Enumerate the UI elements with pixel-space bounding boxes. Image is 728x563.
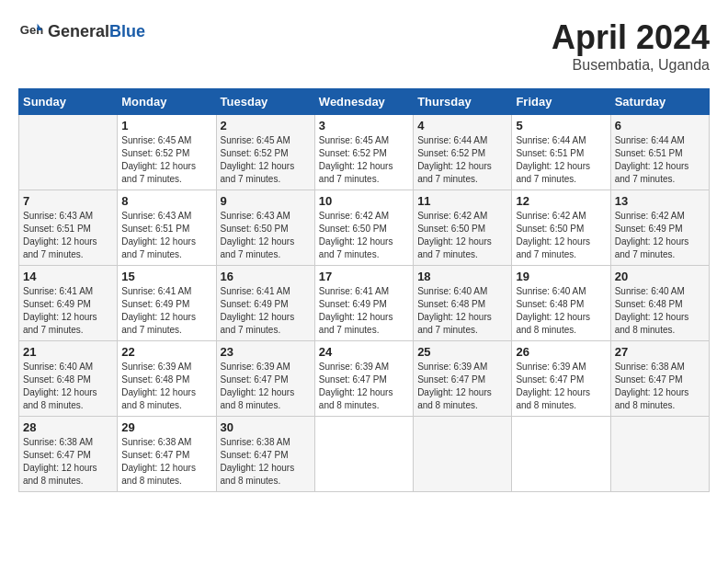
day-info: Sunrise: 6:42 AM Sunset: 6:50 PM Dayligh… <box>417 210 507 261</box>
day-info: Sunrise: 6:38 AM Sunset: 6:47 PM Dayligh… <box>23 436 113 488</box>
weekday-header-row: SundayMondayTuesdayWednesdayThursdayFrid… <box>19 89 710 115</box>
day-info: Sunrise: 6:40 AM Sunset: 6:48 PM Dayligh… <box>615 285 705 337</box>
calendar-cell: 2Sunrise: 6:45 AM Sunset: 6:52 PM Daylig… <box>216 115 314 190</box>
calendar-cell: 19Sunrise: 6:40 AM Sunset: 6:48 PM Dayli… <box>512 266 610 341</box>
day-number: 9 <box>221 194 311 208</box>
day-info: Sunrise: 6:40 AM Sunset: 6:48 PM Dayligh… <box>23 361 113 412</box>
calendar-cell: 5Sunrise: 6:44 AM Sunset: 6:51 PM Daylig… <box>512 115 610 190</box>
calendar-cell: 4Sunrise: 6:44 AM Sunset: 6:52 PM Daylig… <box>414 115 512 190</box>
day-info: Sunrise: 6:44 AM Sunset: 6:51 PM Dayligh… <box>516 134 606 186</box>
day-number: 1 <box>121 119 211 132</box>
day-info: Sunrise: 6:38 AM Sunset: 6:47 PM Dayligh… <box>121 436 211 488</box>
calendar-cell: 10Sunrise: 6:42 AM Sunset: 6:50 PM Dayli… <box>314 190 413 266</box>
calendar-cell: 11Sunrise: 6:42 AM Sunset: 6:50 PM Dayli… <box>414 190 512 266</box>
calendar-cell: 1Sunrise: 6:45 AM Sunset: 6:52 PM Daylig… <box>118 115 216 190</box>
day-number: 11 <box>417 194 507 208</box>
day-info: Sunrise: 6:39 AM Sunset: 6:47 PM Dayligh… <box>221 361 311 412</box>
day-info: Sunrise: 6:39 AM Sunset: 6:48 PM Dayligh… <box>121 361 211 412</box>
day-number: 20 <box>615 270 705 283</box>
day-number: 18 <box>417 270 507 283</box>
day-info: Sunrise: 6:44 AM Sunset: 6:52 PM Dayligh… <box>417 134 507 186</box>
day-info: Sunrise: 6:38 AM Sunset: 6:47 PM Dayligh… <box>615 361 705 412</box>
day-info: Sunrise: 6:43 AM Sunset: 6:50 PM Dayligh… <box>221 210 311 261</box>
weekday-header-thursday: Thursday <box>414 89 512 115</box>
day-info: Sunrise: 6:39 AM Sunset: 6:47 PM Dayligh… <box>417 361 507 412</box>
day-number: 7 <box>23 194 113 208</box>
day-number: 15 <box>121 270 211 283</box>
calendar-cell <box>314 417 413 492</box>
calendar-cell: 21Sunrise: 6:40 AM Sunset: 6:48 PM Dayli… <box>19 341 118 417</box>
calendar-cell: 20Sunrise: 6:40 AM Sunset: 6:48 PM Dayli… <box>610 266 709 341</box>
day-info: Sunrise: 6:40 AM Sunset: 6:48 PM Dayligh… <box>516 285 606 337</box>
day-number: 19 <box>516 270 606 283</box>
logo-general-text: General <box>48 22 109 40</box>
calendar-cell: 29Sunrise: 6:38 AM Sunset: 6:47 PM Dayli… <box>118 417 216 492</box>
day-number: 13 <box>615 194 705 208</box>
day-info: Sunrise: 6:42 AM Sunset: 6:49 PM Dayligh… <box>615 210 705 261</box>
calendar-cell: 18Sunrise: 6:40 AM Sunset: 6:48 PM Dayli… <box>414 266 512 341</box>
day-number: 28 <box>23 420 113 434</box>
day-info: Sunrise: 6:43 AM Sunset: 6:51 PM Dayligh… <box>23 210 113 261</box>
weekday-header-tuesday: Tuesday <box>216 89 314 115</box>
calendar-week-row: 14Sunrise: 6:41 AM Sunset: 6:49 PM Dayli… <box>19 266 710 341</box>
day-number: 24 <box>319 345 409 359</box>
month-title: April 2024 <box>552 18 710 57</box>
day-info: Sunrise: 6:40 AM Sunset: 6:48 PM Dayligh… <box>417 285 507 337</box>
calendar-cell: 15Sunrise: 6:41 AM Sunset: 6:49 PM Dayli… <box>118 266 216 341</box>
day-number: 5 <box>516 119 606 132</box>
logo: Gen GeneralBlue <box>18 18 145 44</box>
calendar-cell: 30Sunrise: 6:38 AM Sunset: 6:47 PM Dayli… <box>216 417 314 492</box>
calendar-cell: 22Sunrise: 6:39 AM Sunset: 6:48 PM Dayli… <box>118 341 216 417</box>
day-number: 2 <box>221 119 311 132</box>
calendar-cell: 3Sunrise: 6:45 AM Sunset: 6:52 PM Daylig… <box>314 115 413 190</box>
day-info: Sunrise: 6:43 AM Sunset: 6:51 PM Dayligh… <box>121 210 211 261</box>
calendar-cell: 28Sunrise: 6:38 AM Sunset: 6:47 PM Dayli… <box>19 417 118 492</box>
calendar-cell: 17Sunrise: 6:41 AM Sunset: 6:49 PM Dayli… <box>314 266 413 341</box>
calendar-week-row: 28Sunrise: 6:38 AM Sunset: 6:47 PM Dayli… <box>19 417 710 492</box>
calendar-cell: 16Sunrise: 6:41 AM Sunset: 6:49 PM Dayli… <box>216 266 314 341</box>
calendar-cell: 24Sunrise: 6:39 AM Sunset: 6:47 PM Dayli… <box>314 341 413 417</box>
calendar-cell: 23Sunrise: 6:39 AM Sunset: 6:47 PM Dayli… <box>216 341 314 417</box>
day-number: 25 <box>417 345 507 359</box>
calendar-week-row: 1Sunrise: 6:45 AM Sunset: 6:52 PM Daylig… <box>19 115 710 190</box>
day-number: 22 <box>121 345 211 359</box>
day-number: 16 <box>221 270 311 283</box>
calendar-cell: 26Sunrise: 6:39 AM Sunset: 6:47 PM Dayli… <box>512 341 610 417</box>
weekday-header-saturday: Saturday <box>610 89 709 115</box>
calendar-table: SundayMondayTuesdayWednesdayThursdayFrid… <box>18 88 710 492</box>
title-area: April 2024 Busembatia, Uganda <box>552 18 710 74</box>
day-number: 27 <box>615 345 705 359</box>
calendar-cell: 27Sunrise: 6:38 AM Sunset: 6:47 PM Dayli… <box>610 341 709 417</box>
day-info: Sunrise: 6:42 AM Sunset: 6:50 PM Dayligh… <box>319 210 409 261</box>
calendar-cell <box>512 417 610 492</box>
day-number: 12 <box>516 194 606 208</box>
calendar-week-row: 7Sunrise: 6:43 AM Sunset: 6:51 PM Daylig… <box>19 190 710 266</box>
day-number: 26 <box>516 345 606 359</box>
day-number: 30 <box>221 420 311 434</box>
day-number: 14 <box>23 270 113 283</box>
day-info: Sunrise: 6:39 AM Sunset: 6:47 PM Dayligh… <box>516 361 606 412</box>
weekday-header-wednesday: Wednesday <box>314 89 413 115</box>
calendar-cell: 9Sunrise: 6:43 AM Sunset: 6:50 PM Daylig… <box>216 190 314 266</box>
day-number: 4 <box>417 119 507 132</box>
calendar-cell: 25Sunrise: 6:39 AM Sunset: 6:47 PM Dayli… <box>414 341 512 417</box>
day-info: Sunrise: 6:41 AM Sunset: 6:49 PM Dayligh… <box>221 285 311 337</box>
day-info: Sunrise: 6:45 AM Sunset: 6:52 PM Dayligh… <box>319 134 409 186</box>
location-subtitle: Busembatia, Uganda <box>552 57 710 74</box>
calendar-cell <box>610 417 709 492</box>
day-info: Sunrise: 6:42 AM Sunset: 6:50 PM Dayligh… <box>516 210 606 261</box>
weekday-header-monday: Monday <box>118 89 216 115</box>
logo-blue-text: Blue <box>109 22 145 40</box>
day-info: Sunrise: 6:41 AM Sunset: 6:49 PM Dayligh… <box>121 285 211 337</box>
calendar-cell: 14Sunrise: 6:41 AM Sunset: 6:49 PM Dayli… <box>19 266 118 341</box>
day-number: 17 <box>319 270 409 283</box>
weekday-header-sunday: Sunday <box>19 89 118 115</box>
calendar-cell: 8Sunrise: 6:43 AM Sunset: 6:51 PM Daylig… <box>118 190 216 266</box>
day-info: Sunrise: 6:41 AM Sunset: 6:49 PM Dayligh… <box>319 285 409 337</box>
day-info: Sunrise: 6:45 AM Sunset: 6:52 PM Dayligh… <box>121 134 211 186</box>
day-number: 29 <box>121 420 211 434</box>
calendar-cell <box>19 115 118 190</box>
day-number: 3 <box>319 119 409 132</box>
day-number: 10 <box>319 194 409 208</box>
day-info: Sunrise: 6:41 AM Sunset: 6:49 PM Dayligh… <box>23 285 113 337</box>
